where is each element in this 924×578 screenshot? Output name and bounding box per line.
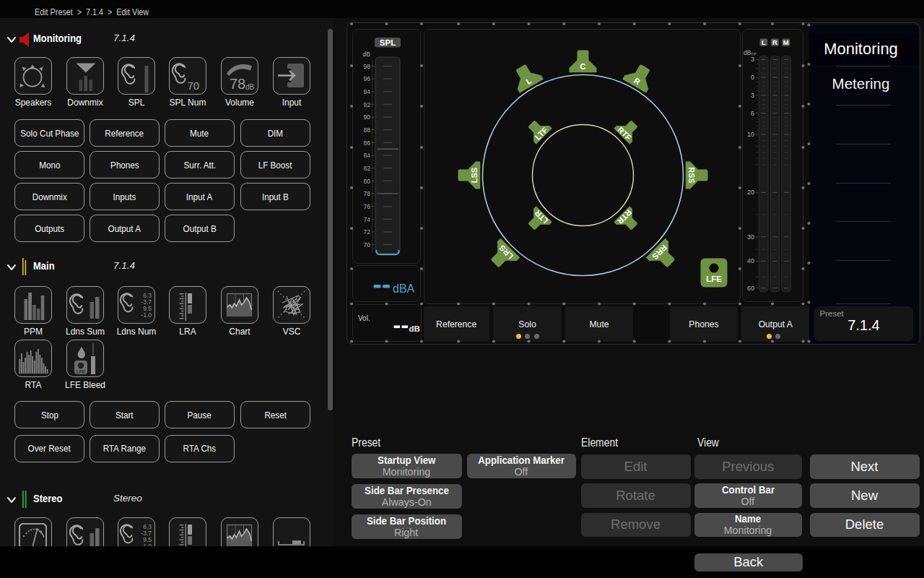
svg-text:86: 86: [364, 139, 371, 146]
svg-text:M: M: [783, 38, 788, 46]
svg-text:96: 96: [364, 75, 371, 82]
svg-text:74: 74: [364, 215, 371, 223]
svg-text:dB: dB: [409, 324, 419, 332]
svg-text:10: 10: [746, 130, 754, 137]
svg-text:84: 84: [364, 152, 371, 159]
svg-text:92: 92: [364, 100, 371, 108]
svg-text:30: 30: [746, 233, 754, 240]
svg-text:LFE: LFE: [77, 369, 86, 374]
svg-text:Vol.: Vol.: [358, 314, 370, 322]
svg-text:dB: dB: [363, 51, 371, 58]
svg-text:78: 78: [230, 76, 245, 92]
svg-text:94: 94: [364, 88, 371, 95]
svg-text:20: 20: [746, 189, 754, 196]
svg-text:dBA: dBA: [393, 282, 415, 295]
svg-text:70: 70: [188, 79, 200, 92]
svg-text:0: 0: [750, 74, 754, 81]
svg-text:40: 40: [746, 257, 754, 264]
svg-text:-1.0: -1.0: [141, 311, 152, 319]
svg-text:3: 3: [750, 91, 754, 98]
svg-text:LFE: LFE: [706, 274, 722, 282]
svg-text:R: R: [772, 38, 777, 46]
svg-text:dB: dB: [245, 83, 255, 91]
svg-text:C: C: [580, 62, 585, 71]
svg-text:76: 76: [364, 202, 371, 210]
svg-text:RSS: RSS: [687, 167, 696, 184]
svg-text:90: 90: [364, 113, 371, 121]
svg-text:82: 82: [364, 164, 371, 171]
svg-text:78: 78: [364, 190, 371, 197]
svg-text:60: 60: [746, 284, 754, 291]
svg-text:70: 70: [364, 241, 371, 248]
svg-text:88: 88: [364, 126, 371, 133]
svg-text:3: 3: [750, 56, 754, 63]
svg-text:98: 98: [364, 62, 371, 69]
svg-text:72: 72: [364, 228, 371, 236]
svg-text:6: 6: [750, 109, 754, 116]
svg-text:SPL: SPL: [380, 38, 396, 47]
svg-text:LSS: LSS: [470, 167, 479, 182]
svg-text:L: L: [762, 38, 766, 46]
svg-text:80: 80: [364, 177, 371, 184]
